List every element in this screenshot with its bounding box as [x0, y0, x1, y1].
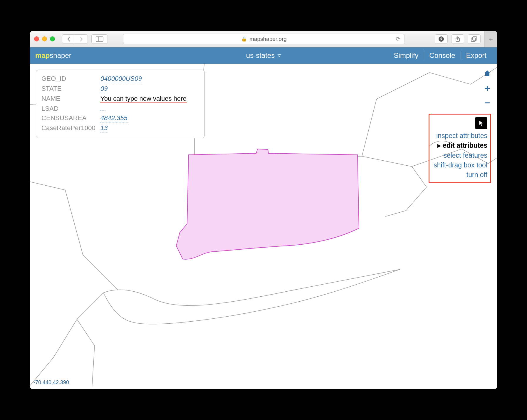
attr-key: CENSUSAREA [41, 114, 100, 122]
attr-value[interactable]: 09 [100, 85, 108, 93]
attr-value[interactable] [100, 110, 105, 111]
app-menu: Simplify Console Export [389, 51, 492, 60]
chevron-right-icon [80, 36, 83, 42]
attr-key: GEO_ID [41, 75, 100, 83]
attr-row: STATE 09 [41, 84, 199, 94]
app-logo: mapshaper [35, 51, 71, 60]
home-extent-button[interactable] [484, 70, 491, 78]
nav-back-forward [62, 34, 88, 44]
minimize-window-button[interactable] [42, 36, 47, 41]
dropdown-triangle-icon: ▽ [278, 53, 281, 58]
browser-window: 🔒 mapshaper.org ⟳ ＋ mapshaper us-states … [30, 31, 497, 389]
back-button[interactable] [62, 34, 75, 44]
share-icon [455, 36, 460, 42]
layer-selector[interactable]: us-states ▽ [246, 51, 281, 60]
cursor-coordinates: -70.440,42.390 [33, 379, 69, 386]
svg-rect-0 [96, 37, 103, 41]
tabs-icon [471, 36, 477, 42]
simplify-button[interactable]: Simplify [389, 51, 424, 60]
zoom-in-button[interactable]: + [485, 83, 490, 93]
tabs-button[interactable] [468, 34, 481, 44]
map-canvas[interactable]: GEO_ID 0400000US09 STATE 09 NAME You can… [30, 64, 497, 389]
console-button[interactable]: Console [424, 51, 461, 60]
svg-rect-4 [471, 38, 475, 41]
attr-value-editing[interactable]: You can type new values here [100, 95, 187, 103]
reload-button[interactable]: ⟳ [396, 36, 400, 42]
zoom-out-button[interactable]: − [485, 98, 490, 107]
new-tab-button[interactable]: ＋ [484, 31, 497, 47]
cursor-icon [478, 120, 484, 126]
map-nav-controls: + − [484, 70, 491, 107]
svg-rect-5 [473, 37, 477, 40]
lock-icon: 🔒 [241, 36, 247, 42]
attr-row: GEO_ID 0400000US09 [41, 74, 199, 84]
attr-value[interactable]: 4842.355 [100, 114, 128, 122]
zoom-window-button[interactable] [50, 36, 55, 41]
share-button[interactable] [451, 34, 464, 44]
app-header: mapshaper us-states ▽ Simplify Console E… [30, 47, 497, 64]
downloads-button[interactable] [435, 34, 448, 44]
forward-button[interactable] [75, 34, 88, 44]
pointer-tool-menu: inspect attributes edit attributes selec… [429, 114, 491, 183]
chevron-left-icon [67, 36, 71, 42]
export-button[interactable]: Export [461, 51, 492, 60]
close-window-button[interactable] [34, 36, 39, 41]
download-icon [438, 36, 444, 42]
attr-value[interactable]: 0400000US09 [100, 75, 142, 83]
url-text: mapshaper.org [249, 36, 287, 42]
attr-row: CaseRatePer1000 13 [41, 123, 199, 133]
pointer-tool-button[interactable] [475, 117, 487, 129]
attribute-inspector-panel: GEO_ID 0400000US09 STATE 09 NAME You can… [36, 70, 205, 138]
window-controls [34, 36, 55, 41]
attr-row: LSAD [41, 104, 199, 113]
layer-name: us-states [246, 51, 275, 60]
attr-key: STATE [41, 85, 100, 93]
sidebar-toggle-button[interactable] [91, 34, 108, 44]
sidebar-icon [96, 36, 103, 42]
browser-titlebar: 🔒 mapshaper.org ⟳ ＋ [30, 31, 497, 47]
home-icon [484, 70, 491, 77]
attr-value[interactable]: 13 [100, 124, 108, 132]
attr-row: NAME You can type new values here [41, 94, 199, 104]
tool-edit-attributes[interactable]: edit attributes [434, 141, 487, 150]
attr-key: LSAD [41, 105, 100, 112]
tool-inspect-attributes[interactable]: inspect attributes [434, 131, 487, 141]
address-bar[interactable]: 🔒 mapshaper.org ⟳ [123, 34, 405, 44]
tool-select-features[interactable]: select features [434, 151, 487, 160]
tool-turn-off[interactable]: turn off [434, 170, 487, 180]
attr-row: CENSUSAREA 4842.355 [41, 113, 199, 123]
attr-key: NAME [41, 95, 100, 103]
selected-feature[interactable] [176, 149, 359, 259]
attr-key: CaseRatePer1000 [41, 124, 100, 132]
tool-shift-drag-box[interactable]: shift-drag box tool [434, 160, 487, 170]
